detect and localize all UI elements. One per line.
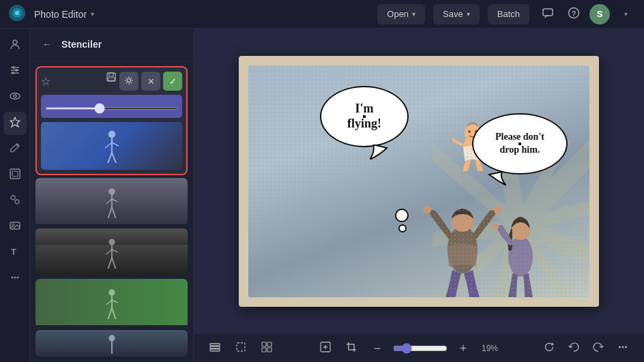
svg-point-68: [452, 210, 473, 232]
save-button[interactable]: Save ▾: [433, 4, 480, 25]
select-icon: [235, 341, 247, 355]
svg-rect-80: [210, 349, 220, 351]
svg-rect-85: [267, 348, 272, 352]
sidebar-text-button[interactable]: T: [3, 241, 27, 265]
svg-line-45: [106, 250, 112, 254]
stencil-intensity-slider[interactable]: [45, 107, 178, 110]
sidebar-frames-button[interactable]: [3, 164, 27, 187]
adjustments-icon: [9, 64, 21, 79]
zoom-crop-icon: [345, 341, 357, 355]
svg-line-46: [112, 250, 118, 252]
svg-line-59: [518, 226, 589, 280]
stencil-item-1[interactable]: ☆: [35, 66, 188, 175]
brush-icon: [9, 142, 21, 157]
stencil-item-3[interactable]: Stenciler 3: [35, 228, 188, 276]
back-icon: ←: [42, 39, 52, 50]
save-chevron: ▾: [467, 10, 470, 18]
svg-rect-83: [267, 342, 272, 346]
zoom-plus-button[interactable]: +: [453, 338, 473, 359]
misc-icon: [9, 271, 21, 286]
svg-point-69: [423, 206, 431, 214]
app-name-chevron: ▾: [91, 10, 94, 18]
svg-point-87: [619, 346, 621, 348]
zoom-minus-button[interactable]: −: [367, 338, 387, 359]
bubble2-text: Please don't drop him.: [495, 131, 544, 155]
zoom-fit-button[interactable]: [315, 338, 336, 359]
svg-line-33: [105, 142, 112, 148]
comic-frame: I'm flying!: [239, 56, 599, 307]
avatar-chevron-button[interactable]: ▾: [615, 4, 636, 25]
canvas-area: I'm flying!: [194, 29, 644, 362]
stencil-item-4[interactable]: Stenciler 4: [35, 279, 188, 327]
svg-line-34: [112, 142, 119, 146]
svg-point-88: [622, 346, 624, 348]
panel-back-button[interactable]: ←: [38, 35, 56, 53]
sidebar-adjustments-button[interactable]: [3, 60, 27, 83]
zoom-crop-button[interactable]: [341, 338, 362, 359]
stencil-item-2[interactable]: Stenciler 2: [35, 178, 188, 226]
svg-point-13: [10, 93, 20, 100]
avatar-chevron-icon: ▾: [624, 10, 628, 18]
svg-line-63: [433, 226, 518, 246]
svg-line-51: [106, 300, 112, 305]
batch-button[interactable]: Batch: [488, 4, 529, 25]
avatar[interactable]: S: [589, 4, 610, 25]
svg-point-14: [14, 95, 16, 97]
svg-rect-28: [109, 73, 113, 76]
sidebar-photos-button[interactable]: [3, 215, 27, 239]
svg-point-25: [14, 277, 16, 279]
more-button[interactable]: [613, 338, 633, 359]
people-icon: [9, 38, 21, 53]
svg-point-76: [511, 221, 530, 240]
grid-button[interactable]: [257, 338, 277, 359]
stencil-settings-button[interactable]: [119, 72, 138, 91]
undo-button[interactable]: [564, 338, 584, 359]
svg-rect-82: [262, 342, 266, 346]
svg-line-53: [108, 308, 112, 319]
sidebar-objects-button[interactable]: [3, 190, 27, 213]
bubble1-text: I'm flying!: [347, 102, 381, 131]
open-button[interactable]: Open ▾: [377, 4, 425, 25]
sidebar-effects-button[interactable]: [3, 112, 27, 135]
help-button[interactable]: ?: [564, 4, 584, 25]
bottom-center-tools: − + 19%: [315, 338, 501, 359]
svg-rect-27: [107, 73, 115, 81]
bubble-dot-small: [398, 224, 407, 232]
confirm-icon: ✓: [169, 76, 177, 87]
app-name-button[interactable]: Photo Editor ▾: [34, 9, 94, 20]
stencil-item-5[interactable]: [35, 330, 188, 357]
canvas-viewport[interactable]: I'm flying!: [194, 29, 644, 333]
undo-icon: [568, 341, 580, 355]
svg-point-67: [448, 226, 478, 273]
svg-rect-18: [12, 171, 18, 177]
svg-point-55: [108, 335, 115, 341]
refresh-icon: [543, 341, 555, 355]
svg-point-10: [12, 66, 15, 69]
sidebar-eye-button[interactable]: [3, 86, 27, 109]
svg-line-61: [484, 226, 518, 297]
sidebar-brush-button[interactable]: [3, 138, 27, 161]
svg-point-37: [108, 189, 115, 195]
zoom-slider[interactable]: [393, 343, 448, 354]
svg-line-47: [108, 258, 112, 269]
sidebar-misc-button[interactable]: [3, 267, 27, 290]
svg-marker-15: [10, 117, 20, 127]
message-button[interactable]: [538, 4, 558, 25]
refresh-button[interactable]: [539, 338, 559, 359]
stencil-list: ☆: [30, 61, 193, 362]
redo-button[interactable]: [588, 338, 609, 359]
stencil-cancel-button[interactable]: ✕: [141, 72, 160, 91]
canvas-image-container: I'm flying!: [239, 56, 599, 307]
layers-button[interactable]: [205, 338, 225, 359]
svg-line-60: [518, 226, 589, 297]
svg-rect-3: [543, 9, 553, 16]
svg-point-26: [16, 277, 18, 279]
select-button[interactable]: [231, 338, 251, 359]
svg-line-62: [433, 226, 518, 297]
svg-line-35: [108, 153, 112, 163]
svg-point-12: [12, 72, 14, 74]
stencil-confirm-button[interactable]: ✓: [163, 72, 182, 91]
stencil-1-thumbnail: [41, 122, 182, 170]
stencil-5-thumbnail: [35, 330, 188, 357]
sidebar-people-button[interactable]: [3, 34, 27, 57]
